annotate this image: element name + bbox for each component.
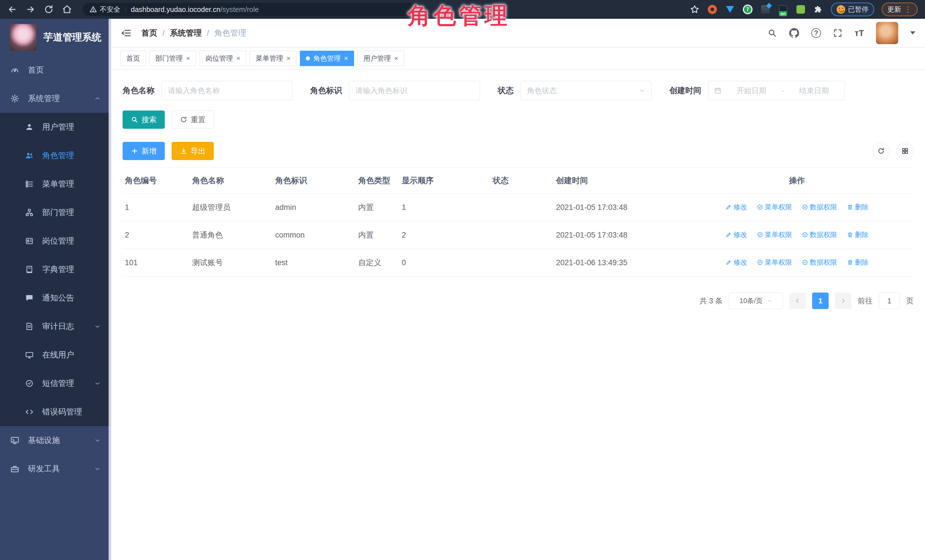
home-icon[interactable] xyxy=(62,5,72,14)
chrome-menu-icon[interactable]: ⋮ xyxy=(904,8,912,11)
bookmark-star-icon[interactable] xyxy=(690,4,700,15)
tab-user[interactable]: 用户管理 × xyxy=(357,51,404,66)
refresh-table-button[interactable] xyxy=(872,143,890,159)
update-badge[interactable]: 更新 ⋮ xyxy=(882,3,917,16)
extensions-puzzle-icon[interactable] xyxy=(813,4,824,15)
menu-permission-link[interactable]: 菜单权限 xyxy=(757,230,792,239)
chevron-down-icon xyxy=(94,323,101,330)
prev-page-button[interactable] xyxy=(789,293,806,309)
tab-label: 菜单管理 xyxy=(256,54,283,63)
sidebar-item-devtools[interactable]: 研发工具 xyxy=(0,455,111,483)
add-button[interactable]: 新增 xyxy=(123,142,165,160)
reload-icon[interactable] xyxy=(44,5,54,14)
online-monitor-icon xyxy=(25,351,34,359)
calendar-icon xyxy=(714,87,722,94)
table-row[interactable]: 101 测试账号 test 自定义 0 2021-01-06 13:49:35 … xyxy=(123,249,914,276)
sidebar-item-online-users[interactable]: 在线用户 xyxy=(0,341,111,369)
sidebar-item-menus[interactable]: 菜单管理 xyxy=(0,170,111,198)
data-permission-link[interactable]: 数据权限 xyxy=(802,258,837,267)
sidebar-item-label: 首页 xyxy=(28,65,44,75)
forward-icon[interactable] xyxy=(26,5,35,14)
tab-dept[interactable]: 部门管理 × xyxy=(149,51,196,66)
avatar-caret-down-icon[interactable] xyxy=(910,32,915,35)
sidebar-item-roles[interactable]: 角色管理 xyxy=(0,141,111,170)
delete-link[interactable]: 删除 xyxy=(847,203,869,212)
sidebar-fold-icon[interactable] xyxy=(121,28,132,39)
help-icon[interactable]: ? xyxy=(811,28,821,38)
cell-role-key: admin xyxy=(273,194,356,221)
edit-link[interactable]: 修改 xyxy=(725,258,747,267)
close-icon[interactable]: × xyxy=(236,54,240,62)
close-icon[interactable]: × xyxy=(344,54,348,62)
logo[interactable]: 芋道管理系统 xyxy=(0,19,111,56)
breadcrumb-separator: / xyxy=(207,29,209,38)
breadcrumb-home[interactable]: 首页 xyxy=(142,28,157,39)
edit-link[interactable]: 修改 xyxy=(725,230,747,239)
sidebar-item-posts[interactable]: 岗位管理 xyxy=(0,227,111,255)
delete-link[interactable]: 删除 xyxy=(847,230,869,239)
sidebar-item-users[interactable]: 用户管理 xyxy=(0,113,111,141)
menu-permission-link[interactable]: 菜单权限 xyxy=(757,203,792,212)
total-count: 共 3 条 xyxy=(699,296,723,306)
sidebar-item-home[interactable]: 首页 xyxy=(0,56,111,84)
font-size-icon[interactable]: тT xyxy=(854,28,864,38)
table-row[interactable]: 2 普通角色 common 内置 2 2021-01-05 17:03:48 修… xyxy=(123,221,914,249)
insecure-warning[interactable]: 不安全 xyxy=(89,5,120,14)
close-icon[interactable]: × xyxy=(394,54,398,62)
sidebar-item-notice[interactable]: 通知公告 xyxy=(0,284,111,312)
status-select[interactable]: 角色状态 xyxy=(521,81,652,100)
cell-role-name: 超级管理员 xyxy=(190,194,273,221)
goto-page-input[interactable] xyxy=(879,293,900,309)
extension-database-icon[interactable]: on xyxy=(778,4,788,15)
page-number-1[interactable]: 1 xyxy=(812,293,829,309)
sidebar-item-errcode[interactable]: 错误码管理 xyxy=(0,398,111,426)
role-key-input[interactable] xyxy=(349,81,480,100)
date-range-picker[interactable]: 开始日期 - 结束日期 xyxy=(708,81,845,100)
extension-orange-icon[interactable] xyxy=(707,4,717,15)
extension-green-7-icon[interactable]: 7 xyxy=(743,4,753,15)
tab-role[interactable]: 角色管理 × xyxy=(300,51,354,66)
role-name-input[interactable] xyxy=(161,81,292,100)
sidebar-item-depts[interactable]: 部门管理 xyxy=(0,198,111,227)
edit-link[interactable]: 修改 xyxy=(725,203,747,212)
tab-home[interactable]: 首页 xyxy=(120,51,146,66)
table-row[interactable]: 1 超级管理员 admin 内置 1 2021-01-05 17:03:48 修… xyxy=(123,194,914,221)
cell-role-type: 内置 xyxy=(356,194,400,221)
reset-button[interactable]: 重置 xyxy=(172,111,214,129)
sidebar-item-audit-log[interactable]: 审计日志 xyxy=(0,312,111,341)
tab-menu[interactable]: 菜单管理 × xyxy=(250,51,297,66)
breadcrumb-system[interactable]: 系统管理 xyxy=(170,28,202,39)
data-permission-link[interactable]: 数据权限 xyxy=(802,230,837,239)
close-icon[interactable]: × xyxy=(186,54,190,62)
tab-post[interactable]: 岗位管理 × xyxy=(200,51,246,66)
data-permission-link[interactable]: 数据权限 xyxy=(802,203,837,212)
col-role-id: 角色编号 xyxy=(123,168,190,194)
search-button[interactable]: 搜索 xyxy=(123,111,165,129)
page-size-select[interactable]: 10条/页 xyxy=(729,293,783,309)
sidebar-item-sms[interactable]: 短信管理 xyxy=(0,369,111,398)
extension-sprout-icon[interactable] xyxy=(795,4,806,15)
address-bar[interactable]: 不安全 dashboard.yudao.iocoder.cn/system/ro… xyxy=(83,3,422,16)
cell-role-id: 101 xyxy=(123,249,190,276)
column-settings-button[interactable] xyxy=(896,143,914,159)
menu-permission-link[interactable]: 菜单权限 xyxy=(757,258,792,267)
close-icon[interactable]: × xyxy=(286,54,291,62)
search-icon[interactable] xyxy=(767,28,777,38)
fullscreen-icon[interactable] xyxy=(833,28,843,38)
sidebar-item-infra[interactable]: 基础设施 xyxy=(0,426,111,455)
extension-gem-icon[interactable] xyxy=(725,4,735,15)
page-unit-label: 页 xyxy=(906,296,914,306)
back-icon[interactable] xyxy=(8,5,17,14)
export-button[interactable]: 导出 xyxy=(172,142,214,160)
next-page-button[interactable] xyxy=(835,293,851,309)
address-divider xyxy=(125,6,126,13)
avatar[interactable] xyxy=(876,22,898,44)
profile-paused-badge[interactable]: 已暂停 xyxy=(831,3,874,16)
sidebar-item-dict[interactable]: 字典管理 xyxy=(0,255,111,284)
status-placeholder: 角色状态 xyxy=(527,86,557,96)
delete-link[interactable]: 删除 xyxy=(847,258,869,267)
sidebar-item-system[interactable]: 系统管理 xyxy=(0,84,111,113)
extension-grid-icon[interactable] xyxy=(760,4,770,15)
paused-label: 已暂停 xyxy=(848,5,869,14)
github-icon[interactable] xyxy=(789,28,799,38)
